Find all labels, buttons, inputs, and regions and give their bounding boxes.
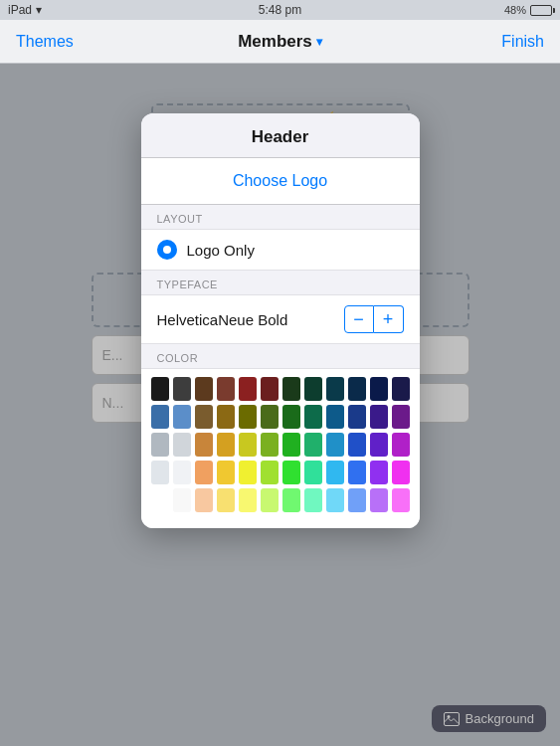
color-swatch[interactable] xyxy=(348,488,366,512)
color-swatch[interactable] xyxy=(348,433,366,457)
color-swatch[interactable] xyxy=(326,488,344,512)
color-swatch[interactable] xyxy=(326,461,344,484)
color-swatch[interactable] xyxy=(261,461,279,484)
modal-title: Header xyxy=(252,127,309,146)
color-swatch[interactable] xyxy=(370,377,388,401)
color-swatch[interactable] xyxy=(195,377,213,401)
color-swatch[interactable] xyxy=(261,433,279,457)
color-swatch[interactable] xyxy=(195,405,213,429)
color-swatch[interactable] xyxy=(392,488,410,512)
color-swatch[interactable] xyxy=(304,488,322,512)
color-swatch[interactable] xyxy=(239,488,257,512)
color-swatch[interactable] xyxy=(151,488,169,512)
color-swatch[interactable] xyxy=(370,405,388,429)
color-swatch[interactable] xyxy=(217,461,235,484)
nav-bar: Themes Members ▾ Finish xyxy=(0,20,560,64)
status-left: iPad ▾ xyxy=(8,3,42,17)
color-swatch[interactable] xyxy=(304,405,322,429)
color-swatch[interactable] xyxy=(217,405,235,429)
color-swatch[interactable] xyxy=(195,433,213,457)
color-swatch[interactable] xyxy=(326,405,344,429)
status-bar: iPad ▾ 5:48 pm 48% xyxy=(0,0,560,20)
color-swatch[interactable] xyxy=(151,377,169,401)
color-swatch[interactable] xyxy=(239,461,257,484)
wifi-icon: ▾ xyxy=(36,3,42,17)
radio-inner xyxy=(163,246,171,254)
finish-button[interactable]: Finish xyxy=(501,33,544,51)
color-swatch[interactable] xyxy=(392,433,410,457)
color-swatch[interactable] xyxy=(195,488,213,512)
color-swatch[interactable] xyxy=(282,433,300,457)
color-swatch[interactable] xyxy=(173,405,191,429)
layout-row[interactable]: Logo Only xyxy=(141,229,420,271)
color-swatch[interactable] xyxy=(304,461,322,484)
themes-button[interactable]: Themes xyxy=(16,33,74,51)
color-label: COLOR xyxy=(141,344,420,368)
modal-header-section: Header xyxy=(141,113,420,158)
color-swatch[interactable] xyxy=(392,405,410,429)
color-swatch[interactable] xyxy=(217,488,235,512)
choose-logo-button[interactable]: Choose Logo xyxy=(233,172,327,189)
color-swatch[interactable] xyxy=(282,488,300,512)
color-swatch[interactable] xyxy=(261,488,279,512)
color-swatch[interactable] xyxy=(282,461,300,484)
battery-icon xyxy=(530,5,552,16)
color-swatch[interactable] xyxy=(370,488,388,512)
color-swatch[interactable] xyxy=(370,461,388,484)
status-right: 48% xyxy=(504,4,552,16)
choose-logo-section[interactable]: Choose Logo xyxy=(141,158,420,205)
color-swatch[interactable] xyxy=(217,377,235,401)
radio-logo-only[interactable] xyxy=(157,240,177,260)
color-swatch[interactable] xyxy=(348,461,366,484)
color-swatch[interactable] xyxy=(239,405,257,429)
color-swatch[interactable] xyxy=(239,377,257,401)
color-swatch[interactable] xyxy=(151,433,169,457)
carrier-label: iPad xyxy=(8,3,32,17)
color-swatch[interactable] xyxy=(348,377,366,401)
color-swatch[interactable] xyxy=(261,377,279,401)
color-swatch[interactable] xyxy=(326,377,344,401)
color-swatch[interactable] xyxy=(392,377,410,401)
nav-title-text: Members xyxy=(238,32,312,52)
font-size-stepper[interactable]: − + xyxy=(344,305,404,333)
typeface-label: TYPEFACE xyxy=(141,271,420,294)
color-swatch[interactable] xyxy=(348,405,366,429)
color-swatch[interactable] xyxy=(151,461,169,484)
color-grid xyxy=(141,368,420,528)
layout-option-label: Logo Only xyxy=(187,242,255,259)
color-swatch[interactable] xyxy=(173,461,191,484)
typeface-name-label: HelveticaNeue Bold xyxy=(157,311,288,328)
color-swatch[interactable] xyxy=(304,377,322,401)
color-swatch[interactable] xyxy=(239,433,257,457)
nav-title: Members ▾ xyxy=(238,32,322,52)
color-swatch[interactable] xyxy=(370,433,388,457)
color-swatch[interactable] xyxy=(261,405,279,429)
main-content: ✦ ♪ ✂ ⚡ 🏅 ✈ 🗺 ✈ 🌿 A C Submit... to win E… xyxy=(0,64,560,746)
color-swatch[interactable] xyxy=(173,433,191,457)
battery-percent: 48% xyxy=(504,4,526,16)
typeface-row: HelveticaNeue Bold − + xyxy=(141,294,420,344)
nav-dropdown-icon[interactable]: ▾ xyxy=(316,35,322,49)
color-swatch[interactable] xyxy=(195,461,213,484)
status-time: 5:48 pm xyxy=(259,3,301,17)
color-swatch[interactable] xyxy=(326,433,344,457)
color-swatch[interactable] xyxy=(304,433,322,457)
color-swatch[interactable] xyxy=(217,433,235,457)
layout-label: LAYOUT xyxy=(141,205,420,229)
color-swatch[interactable] xyxy=(282,405,300,429)
stepper-minus-button[interactable]: − xyxy=(344,305,374,333)
stepper-plus-button[interactable]: + xyxy=(374,305,404,333)
color-swatch[interactable] xyxy=(173,488,191,512)
color-swatch[interactable] xyxy=(392,461,410,484)
header-modal: Header Choose Logo LAYOUT Logo Only TYPE… xyxy=(141,113,420,528)
color-swatch[interactable] xyxy=(151,405,169,429)
color-swatch[interactable] xyxy=(282,377,300,401)
color-swatch[interactable] xyxy=(173,377,191,401)
